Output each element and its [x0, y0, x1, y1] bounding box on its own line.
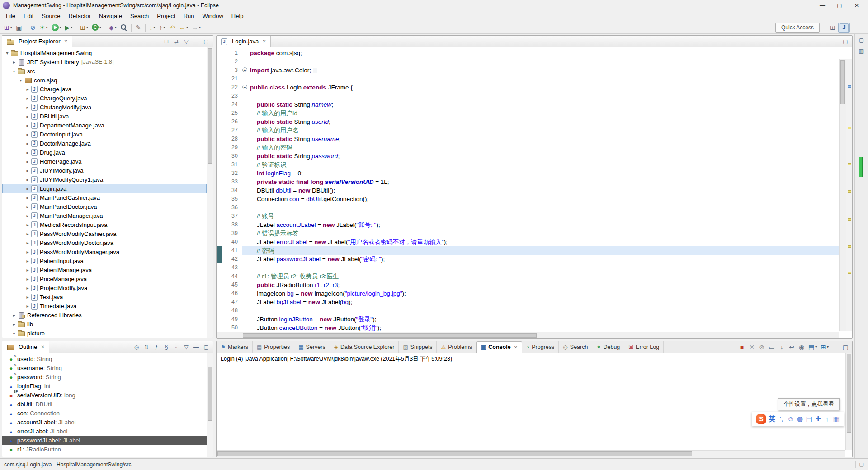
tree-item-dbutil-java[interactable]: ▸DBUtil.java	[2, 112, 207, 121]
minimized-view-icon[interactable]: ▥	[857, 47, 866, 56]
tab-snippets[interactable]: ▧Snippets	[399, 341, 437, 352]
line-number[interactable]: 43	[217, 263, 242, 272]
menu-run[interactable]: Run	[179, 11, 198, 21]
menu-project[interactable]: Project	[153, 11, 179, 21]
close-view-icon[interactable]: ✕	[41, 344, 44, 349]
tree-item-doctorinput-java[interactable]: ▸DoctorInput.java	[2, 130, 207, 139]
focus-button[interactable]: ◎	[132, 342, 141, 352]
code-line-41[interactable]: 41 // 密码	[217, 246, 839, 255]
code-line-2[interactable]: 2	[217, 57, 839, 66]
quick-access-button[interactable]: Quick Access	[775, 23, 820, 33]
scrollbar-thumb[interactable]	[208, 48, 212, 164]
editor-vertical-scrollbar[interactable]	[839, 59, 846, 331]
outline-item-serialversionuid[interactable]: serialVersionUID : long	[2, 390, 207, 400]
sogou-logo-icon[interactable]	[755, 414, 767, 424]
tree-item-mainpanelcashier-java[interactable]: ▸MainPanelCashier.java	[2, 193, 207, 202]
console-vertical-scrollbar[interactable]	[845, 353, 852, 450]
save-button[interactable]: ▣	[14, 23, 24, 33]
code-line-46[interactable]: 46 ImageIcon bg = new ImageIcon("picture…	[217, 289, 839, 298]
tree-item-pricemanage-java[interactable]: ▸PriceManage.java	[2, 274, 207, 283]
code-line-34[interactable]: 34 DBUtil dbUtil = new DBUtil();	[217, 186, 839, 195]
line-number[interactable]: 31	[217, 160, 242, 169]
maximize-button[interactable]: ▢	[202, 37, 211, 47]
code-line-25[interactable]: 25 // 输入的用户Id	[217, 109, 839, 118]
code-line-48[interactable]: 48	[217, 306, 839, 315]
tab-debug[interactable]: ✶Debug	[592, 341, 624, 352]
java-perspective-button[interactable]	[838, 23, 850, 33]
overview-ruler[interactable]	[846, 59, 852, 331]
line-number[interactable]: 28	[217, 135, 242, 143]
menu-source[interactable]: Source	[38, 11, 64, 21]
line-number[interactable]: 39	[217, 229, 242, 238]
line-number[interactable]: 35	[217, 195, 242, 203]
word-wrap-button[interactable]: ↩	[787, 342, 796, 352]
debug-button[interactable]: ✶▾	[38, 23, 49, 33]
tree-item-departmentmanage-java[interactable]: ▸DepartmentManage.java	[2, 121, 207, 130]
tree-item-medicalrecordsinput-java[interactable]: ▸MedicalRecordsInput.java	[2, 220, 207, 229]
tree-item-mainpanelmanager-java[interactable]: ▸MainPanelManager.java	[2, 211, 207, 220]
forward-button[interactable]: →▾	[190, 23, 202, 33]
outline-item-dbutil[interactable]: dbUtil : DBUtil	[2, 400, 207, 409]
collapse-all-button[interactable]: ⊟	[162, 37, 171, 47]
terminate-button[interactable]: ■	[737, 342, 746, 352]
line-number[interactable]: 29	[217, 143, 242, 152]
code-line-42[interactable]: 42 JLabel passwordJLabel = new JLabel("密…	[217, 255, 839, 263]
line-number[interactable]: 50	[217, 324, 242, 332]
line-number[interactable]: 47	[217, 298, 242, 306]
remove-all-terminated-button[interactable]: ⊗	[757, 342, 766, 352]
up-arrow-icon[interactable]: ↑	[823, 414, 832, 424]
menu-edit[interactable]: Edit	[19, 11, 38, 21]
scrollbar-thumb[interactable]	[243, 333, 537, 338]
tree-item-hospitalmanagementswing[interactable]: ▾HospitalManagementSwing	[2, 48, 207, 57]
tree-item-passwordmodifydoctor-java[interactable]: ▸PassWordModifyDoctor.java	[2, 238, 207, 247]
tab-error-log[interactable]: ☒Error Log	[624, 341, 664, 352]
code-line-3[interactable]: 3+import java.awt.Color;	[217, 66, 839, 75]
tab-problems[interactable]: ⚠Problems	[437, 341, 476, 352]
scroll-lock-button[interactable]: ↓	[777, 342, 786, 352]
outline-item-passwordjlabel[interactable]: passwordJLabel : JLabel	[2, 436, 207, 445]
line-number[interactable]: 33	[217, 178, 242, 186]
overview-marker[interactable]	[848, 163, 851, 165]
line-number[interactable]: 37	[217, 212, 242, 221]
line-number[interactable]: 27	[217, 126, 242, 135]
maximize-button[interactable]: ▢	[202, 342, 211, 352]
tab-properties[interactable]: ▤Properties	[253, 341, 294, 352]
code-line-22[interactable]: 22−public class Login extends JFrame {	[217, 83, 839, 92]
mark-occurrences-button[interactable]: ✎	[134, 23, 143, 33]
outline-item-accountjlabel[interactable]: accountJLabel : JLabel	[2, 418, 207, 427]
tree-item-projectmodify-java[interactable]: ▸ProjectModify.java	[2, 283, 207, 292]
tree-item-com-sjsq[interactable]: ▾com.sjsq	[2, 75, 207, 85]
overview-marker[interactable]	[848, 190, 851, 193]
tree-item-lib[interactable]: ▸lib	[2, 320, 207, 329]
tab-data-source-explorer[interactable]: ◈Data Source Explorer	[330, 341, 399, 352]
view-menu-button[interactable]: ▽	[182, 342, 191, 352]
scrollbar-thumb[interactable]	[217, 451, 692, 456]
line-number[interactable]: 23	[217, 92, 242, 100]
code-line-33[interactable]: 33 private static final long serialVersi…	[217, 178, 839, 186]
code-line-23[interactable]: 23	[217, 92, 839, 100]
code-line-40[interactable]: 40 JLabel errorJLabel = new JLabel("用户名或…	[217, 238, 839, 246]
skip-breakpoints-button[interactable]: ⊘	[28, 23, 38, 33]
code-line-21[interactable]: 21	[217, 75, 839, 83]
line-number[interactable]: 48	[217, 306, 242, 315]
code-line-43[interactable]: 43	[217, 263, 839, 272]
line-number[interactable]: 38	[217, 221, 242, 229]
last-edit-location-button[interactable]: ↶	[168, 23, 177, 33]
line-number[interactable]: 46	[217, 289, 242, 298]
maximize-window-button[interactable]: ▢	[831, 0, 848, 10]
keyboard-icon[interactable]: ▤	[805, 414, 814, 424]
close-window-button[interactable]: ✕	[848, 0, 865, 10]
line-number[interactable]: 3	[217, 66, 242, 75]
tab-search[interactable]: ◎Search	[559, 341, 592, 352]
code-line-44[interactable]: 44 // r1: 管理员 r2: 收费员 r3:医生	[217, 272, 839, 281]
menu-file[interactable]: File	[2, 11, 19, 21]
tab-markers[interactable]: ⚑Markers	[217, 341, 253, 352]
tree-item-jiuyimodifyquery1-java[interactable]: ▸JIUYIModifyQuery1.java	[2, 175, 207, 184]
overview-marker[interactable]	[848, 85, 851, 88]
code-line-28[interactable]: 28 public static String username;	[217, 135, 839, 143]
explorer-scrollbar[interactable]	[207, 47, 213, 338]
input-mode-icon[interactable]: 英	[767, 414, 777, 424]
close-editor-tab-icon[interactable]: ✕	[262, 39, 266, 44]
scrollbar-thumb[interactable]	[847, 354, 851, 433]
code-line-49[interactable]: 49 JButton loginJButton = new JButton("登…	[217, 315, 839, 324]
